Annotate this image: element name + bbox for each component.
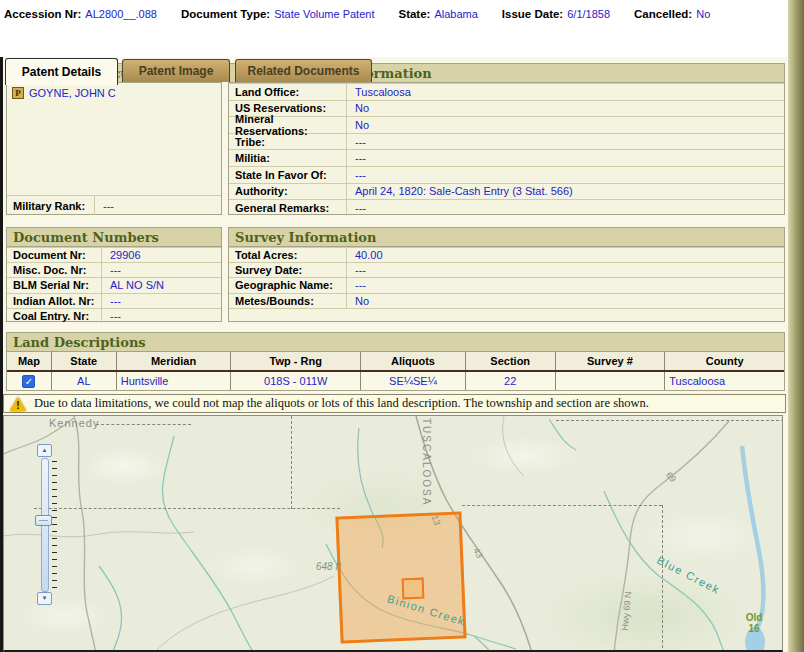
- tribe-row: Tribe: ---: [229, 133, 784, 150]
- doctype-field: Document Type: State Volume Patent: [181, 8, 375, 20]
- column-section: Section: [466, 352, 556, 370]
- field-label: Tribe:: [229, 134, 347, 150]
- field-value: ---: [347, 279, 366, 291]
- field-label: General Remarks:: [229, 200, 347, 216]
- column-county: County: [665, 352, 784, 370]
- land-table-header: Map State Meridian Twp - Rng Aliquots Se…: [7, 352, 784, 372]
- patent-details-page: Accession Nr: AL2800__.088 Document Type…: [0, 0, 804, 652]
- land-office-link[interactable]: Tuscaloosa: [347, 86, 411, 98]
- meridian-cell[interactable]: Huntsville: [117, 372, 232, 390]
- field-label: Land Office:: [229, 84, 347, 100]
- survey-information-box: Survey Information Total Acres: 40.00 Su…: [228, 227, 785, 322]
- field-label: Document Nr:: [7, 248, 102, 262]
- state-in-favor-row: State In Favor Of: ---: [229, 166, 784, 183]
- issue-date-label: Issue Date:: [502, 8, 563, 20]
- militia-row: Militia: ---: [229, 149, 784, 166]
- field-label: Mineral Reservations:: [229, 117, 347, 133]
- doctype-label: Document Type:: [181, 8, 270, 20]
- column-state: State: [52, 352, 117, 370]
- coal-entry-nr-row: Coal Entry. Nr: ---: [7, 308, 221, 323]
- state-cell[interactable]: AL: [52, 372, 117, 390]
- zoom-out-button[interactable]: ▼: [37, 592, 52, 605]
- township-grid-line: [556, 420, 783, 421]
- county-cell[interactable]: Tuscaloosa: [665, 372, 784, 390]
- field-label: Metes/Bounds:: [229, 294, 347, 308]
- issue-date-field: Issue Date: 6/1/1858: [502, 8, 610, 20]
- field-label: State In Favor Of:: [229, 167, 347, 183]
- warning-text: Due to data limitations, we could not ma…: [34, 396, 649, 411]
- state-label: State:: [398, 8, 430, 20]
- field-label: Coal Entry. Nr:: [7, 309, 102, 323]
- tab-bar: Patent Details Patent Image Related Docu…: [0, 28, 788, 57]
- general-remarks-row: General Remarks: ---: [229, 199, 784, 216]
- land-table-row: ✓ AL Huntsville 018S - 011W SE¼SE¼ 22 Tu…: [7, 372, 784, 390]
- map-checkbox[interactable]: ✓: [22, 375, 35, 388]
- field-value: ---: [102, 264, 121, 276]
- indian-allot-nr-row: Indian Allot. Nr: ---: [7, 293, 221, 308]
- field-label: Authority:: [229, 184, 347, 200]
- military-rank-row: Military Rank: ---: [7, 195, 221, 215]
- names-on-document-box: Names On Document P GOYNE, JOHN C Milita…: [6, 63, 222, 215]
- township-grid-line: [291, 416, 292, 509]
- field-label: Militia:: [229, 150, 347, 166]
- field-value: ---: [347, 202, 366, 214]
- geographic-name-row: Geographic Name: ---: [229, 277, 784, 292]
- field-value: ---: [347, 152, 366, 164]
- metes-bounds-row: Metes/Bounds: No: [229, 293, 784, 308]
- map-label-county-boundary: TUSCALOOSA: [421, 418, 432, 513]
- survey-information-title: Survey Information: [229, 228, 784, 247]
- land-descriptions-box: Land Descriptions Map State Meridian Twp…: [6, 332, 785, 391]
- map-warning-banner: ! Due to data limitations, we could not …: [3, 394, 786, 413]
- mineral-reservations-row: Mineral Reservations: No: [229, 116, 784, 133]
- zoom-slider-ticks: [52, 461, 57, 593]
- state-value: Alabama: [434, 8, 477, 20]
- tab-related-documents[interactable]: Related Documents: [235, 59, 372, 82]
- zoom-slider-handle[interactable]: [35, 515, 52, 526]
- record-header: Accession Nr: AL2800__.088 Document Type…: [0, 0, 788, 28]
- cancelled-field: Cancelled: No: [634, 8, 710, 20]
- tab-patent-details[interactable]: Patent Details: [5, 58, 118, 85]
- field-value: ---: [347, 136, 366, 148]
- township-map[interactable]: Kennedy TUSCALOOSA 648 ft Binion Creek B…: [3, 415, 783, 652]
- column-map: Map: [7, 352, 52, 370]
- accession-label: Accession Nr:: [4, 8, 81, 20]
- township-grid-line: [662, 505, 663, 652]
- patentee-name-link[interactable]: GOYNE, JOHN C: [29, 87, 116, 99]
- military-rank-value: ---: [95, 200, 114, 212]
- cancelled-value: No: [696, 8, 710, 20]
- field-value: ---: [347, 264, 366, 276]
- field-label: Total Acres:: [229, 248, 347, 262]
- field-value: 29906: [102, 249, 141, 261]
- map-label-old-16: Old 16: [741, 612, 767, 634]
- column-aliquots: Aliquots: [361, 352, 466, 370]
- map-label-town: Kennedy: [49, 417, 99, 429]
- document-numbers-title: Document Numbers: [7, 228, 221, 247]
- field-label: BLM Serial Nr:: [7, 278, 102, 292]
- column-meridian: Meridian: [117, 352, 232, 370]
- miscellaneous-information-box: Miscellaneous Information Land Office: T…: [228, 63, 785, 215]
- document-nr-row: Document Nr: 29906: [7, 247, 221, 262]
- warning-icon: !: [10, 397, 26, 411]
- authority-link[interactable]: April 24, 1820: Sale-Cash Entry (3 Stat.…: [347, 185, 573, 197]
- field-value: ---: [102, 310, 121, 322]
- doctype-value: State Volume Patent: [274, 8, 374, 20]
- twp-rng-cell[interactable]: 018S - 011W: [231, 372, 361, 390]
- blm-serial-nr-row: BLM Serial Nr: AL NO S/N: [7, 277, 221, 292]
- section-cell[interactable]: 22: [466, 372, 556, 390]
- map-label-elevation: 648 ft: [316, 561, 341, 572]
- field-value: No: [347, 119, 369, 131]
- aliquots-cell[interactable]: SE¼SE¼: [361, 372, 466, 390]
- field-value: ---: [347, 169, 366, 181]
- military-rank-label: Military Rank:: [7, 196, 95, 215]
- authority-row: Authority: April 24, 1820: Sale-Cash Ent…: [229, 183, 784, 200]
- accession-value: AL2800__.088: [85, 8, 157, 20]
- total-acres-row: Total Acres: 40.00: [229, 247, 784, 262]
- tab-patent-image[interactable]: Patent Image: [122, 59, 230, 82]
- patentee-icon: P: [12, 87, 24, 99]
- state-field: State: Alabama: [398, 8, 477, 20]
- cancelled-label: Cancelled:: [634, 8, 692, 20]
- zoom-in-button[interactable]: ▲: [37, 444, 52, 457]
- column-survey-nr: Survey #: [556, 352, 666, 370]
- section-highlight: [402, 578, 425, 600]
- survey-nr-cell: [556, 372, 666, 390]
